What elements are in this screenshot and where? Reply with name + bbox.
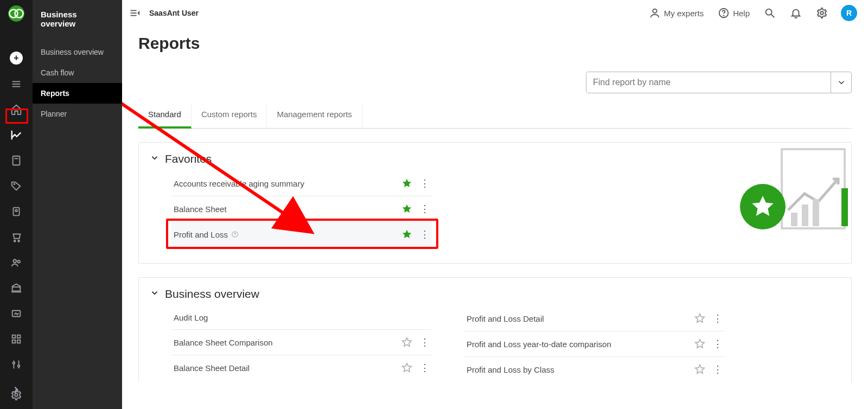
report-link[interactable]: Profit and Loss by Class — [467, 365, 554, 374]
more-actions-button[interactable]: ⋮ — [420, 363, 430, 373]
svg-rect-40 — [841, 188, 848, 226]
company-name[interactable]: SaasAnt User — [149, 9, 199, 17]
svg-point-1 — [15, 10, 23, 18]
favorites-list: Accounts receivable aging summary ⋮ Bala… — [171, 171, 432, 247]
submenu-item-reports[interactable]: Reports — [33, 83, 122, 104]
star-outline-icon[interactable] — [401, 362, 412, 373]
business-overview-header[interactable]: Business overview — [150, 287, 840, 301]
help-button[interactable]: Help — [712, 7, 755, 19]
report-name: Profit and Loss — [174, 230, 228, 239]
tab-standard[interactable]: Standard — [138, 103, 192, 129]
svg-rect-39 — [813, 199, 819, 226]
svg-point-34 — [820, 11, 824, 15]
report-row: Balance Sheet Detail ⋮ — [171, 355, 432, 380]
tag-icon[interactable] — [10, 180, 22, 192]
svg-rect-38 — [802, 204, 808, 226]
report-link[interactable]: Audit Log — [174, 313, 208, 322]
svg-point-11 — [18, 240, 20, 242]
gear-icon — [816, 7, 828, 19]
report-link[interactable]: Profit and Loss Detail — [467, 314, 544, 323]
report-link[interactable]: Profit and Loss — [174, 230, 239, 239]
collapse-menu-button[interactable] — [129, 7, 141, 19]
report-search-input[interactable] — [586, 72, 831, 93]
star-outline-icon[interactable] — [694, 313, 705, 324]
hamburger-icon[interactable] — [10, 78, 22, 90]
clipboard-icon[interactable] — [10, 206, 22, 218]
topbar: SaasAnt User My experts Help R — [122, 0, 868, 26]
search-icon — [764, 7, 776, 19]
new-button[interactable]: + — [10, 52, 23, 65]
app-logo[interactable] — [8, 5, 24, 22]
business-overview-title: Business overview — [165, 287, 259, 301]
more-actions-button[interactable]: ⋮ — [713, 314, 723, 323]
tab-custom-reports[interactable]: Custom reports — [192, 103, 267, 128]
bell-icon — [790, 7, 802, 19]
apps-icon[interactable] — [10, 333, 22, 345]
my-experts-button[interactable]: My experts — [643, 7, 709, 19]
report-row-profit-and-loss: Profit and Loss ⋮ — [171, 222, 432, 247]
svg-point-10 — [14, 240, 16, 242]
sliders-icon[interactable] — [10, 359, 22, 370]
report-link[interactable]: Balance Sheet Detail — [174, 363, 250, 373]
trend-icon[interactable] — [10, 129, 22, 141]
help-icon — [718, 7, 730, 19]
report-link[interactable]: Accounts receivable aging summary — [174, 179, 304, 188]
more-actions-button[interactable]: ⋮ — [420, 229, 430, 239]
star-outline-icon[interactable] — [401, 337, 412, 348]
calculator-icon[interactable] — [10, 155, 22, 167]
submenu-item-business-overview[interactable]: Business overview — [33, 42, 122, 62]
svg-rect-17 — [12, 335, 16, 338]
more-actions-button[interactable]: ⋮ — [420, 178, 430, 188]
submenu-item-cash-flow[interactable]: Cash flow — [33, 62, 122, 83]
more-actions-button[interactable]: ⋮ — [713, 365, 723, 374]
svg-point-32 — [766, 9, 772, 15]
svg-point-24 — [18, 365, 20, 367]
submenu-item-planner[interactable]: Planner — [33, 104, 122, 124]
report-link[interactable]: Balance Sheet Comparison — [174, 338, 273, 347]
chevron-down-icon — [150, 287, 159, 301]
star-icon[interactable] — [401, 229, 412, 240]
report-link[interactable]: Profit and Loss year-to-date comparison — [467, 340, 611, 349]
cart-icon[interactable] — [10, 231, 22, 243]
svg-point-29 — [653, 9, 656, 13]
favorites-header[interactable]: Favorites — [150, 152, 840, 165]
svg-point-13 — [17, 260, 20, 263]
home-icon[interactable] — [10, 104, 22, 116]
more-actions-button[interactable]: ⋮ — [420, 337, 430, 347]
svg-point-7 — [14, 183, 15, 184]
svg-point-36 — [234, 235, 235, 236]
star-outline-icon[interactable] — [694, 364, 705, 375]
more-actions-button[interactable]: ⋮ — [713, 339, 723, 349]
bo-list-left: Audit Log Balance Sheet Comparison ⋮ Bal… — [171, 306, 432, 382]
star-outline-icon[interactable] — [694, 338, 705, 349]
reports-illustration — [740, 148, 846, 229]
report-row: Balance Sheet ⋮ — [171, 196, 432, 222]
report-row: Profit and Loss by Class ⋮ — [464, 357, 725, 382]
settings-button[interactable] — [810, 7, 833, 19]
svg-point-25 — [15, 393, 18, 397]
icon-rail: + — [0, 0, 33, 409]
svg-rect-37 — [791, 213, 797, 226]
star-icon[interactable] — [401, 203, 412, 214]
report-search-dropdown[interactable] — [831, 72, 851, 93]
svg-line-33 — [771, 15, 775, 18]
section-favorites: Favorites Accounts receivable aging summ… — [138, 142, 852, 264]
section-business-overview: Business overview Audit Log Balance Shee… — [138, 277, 852, 382]
chevron-down-icon — [150, 152, 159, 165]
people-icon[interactable] — [10, 257, 22, 269]
star-icon[interactable] — [401, 178, 412, 189]
search-button[interactable] — [758, 7, 781, 19]
report-row: Profit and Loss Detail ⋮ — [464, 306, 725, 331]
user-avatar[interactable]: R — [841, 5, 857, 21]
notifications-button[interactable] — [784, 7, 807, 19]
tab-management-reports[interactable]: Management reports — [267, 103, 362, 128]
submenu-title: Business overview — [33, 10, 122, 42]
box-icon[interactable] — [10, 308, 22, 319]
svg-rect-19 — [12, 340, 16, 343]
bank-icon[interactable] — [10, 282, 22, 294]
report-tabs: Standard Custom reports Management repor… — [138, 103, 852, 129]
report-link[interactable]: Balance Sheet — [174, 204, 227, 214]
gear-rail-icon[interactable] — [10, 389, 22, 401]
more-actions-button[interactable]: ⋮ — [420, 204, 430, 214]
report-row: Audit Log — [171, 306, 432, 330]
